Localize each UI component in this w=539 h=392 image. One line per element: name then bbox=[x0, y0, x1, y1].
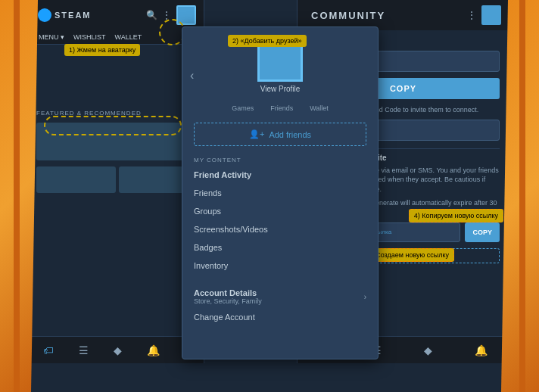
gift-ribbon-right bbox=[519, 0, 525, 392]
steam-logo: STEAM bbox=[38, 8, 92, 22]
annotation-step1: 1) Жмем на аватарку bbox=[64, 44, 140, 56]
avatar[interactable] bbox=[176, 5, 196, 25]
divider bbox=[182, 279, 378, 280]
steam-logo-text: STEAM bbox=[55, 11, 92, 20]
account-details-title: Account Details bbox=[194, 288, 262, 297]
featured-item-2 bbox=[36, 166, 116, 193]
featured-section: FEATURED & RECOMMENDED bbox=[30, 105, 204, 196]
nav-wishlist[interactable]: WISHLIST bbox=[69, 30, 111, 44]
nav-shield-icon[interactable]: ◆ bbox=[114, 344, 122, 356]
back-button[interactable]: ‹ bbox=[190, 69, 194, 82]
account-details-item[interactable]: Account Details Store, Security, Family … bbox=[182, 285, 378, 309]
add-friends-label: Add friends bbox=[269, 130, 311, 139]
annotation-step4: 4) Копируем новую ссылку bbox=[409, 209, 503, 222]
featured-label: FEATURED & RECOMMENDED bbox=[30, 105, 204, 120]
community-avatar bbox=[481, 5, 501, 25]
badges-item[interactable]: Badges bbox=[182, 238, 378, 257]
add-friends-icon: 👤+ bbox=[249, 129, 264, 139]
steam-header: STEAM 🔍 ⋮ bbox=[30, 0, 204, 30]
featured-item-1 bbox=[36, 123, 198, 160]
community-title: COMMUNITY bbox=[305, 10, 385, 21]
main-container: steamgifts STEAM 🔍 ⋮ MENU ▾ WISHLIST WAL… bbox=[30, 0, 509, 392]
nav-menu[interactable]: MENU ▾ bbox=[34, 30, 69, 44]
view-profile-button[interactable]: View Profile bbox=[182, 82, 378, 96]
nav-wallet[interactable]: WALLET bbox=[111, 30, 147, 44]
right-nav-bell-icon[interactable]: 🔔 bbox=[475, 344, 488, 356]
search-icon[interactable]: 🔍 bbox=[146, 10, 157, 20]
profile-tabs: Games Friends Wallet bbox=[182, 102, 378, 115]
featured-items-row bbox=[30, 163, 204, 196]
profile-dropdown: ‹ View Profile 2) «Добавить друзей» Game… bbox=[182, 26, 379, 359]
nav-bell-icon[interactable]: 🔔 bbox=[147, 344, 160, 356]
inventory-item[interactable]: Inventory bbox=[182, 257, 378, 275]
tab-games[interactable]: Games bbox=[224, 102, 261, 115]
copy-link-button[interactable]: COPY bbox=[465, 222, 500, 242]
groups-item[interactable]: Groups bbox=[182, 202, 378, 220]
friends-item[interactable]: Friends bbox=[182, 184, 378, 202]
friend-activity-item[interactable]: Friend Activity bbox=[182, 166, 378, 184]
gift-ribbon-left bbox=[14, 0, 20, 392]
steam-nav: MENU ▾ WISHLIST WALLET bbox=[30, 30, 204, 45]
annotation-step2: 2) «Добавить друзей» bbox=[228, 35, 307, 47]
left-panel: STEAM 🔍 ⋮ MENU ▾ WISHLIST WALLET 1) Жмем… bbox=[30, 0, 204, 363]
nav-list-icon[interactable]: ☰ bbox=[79, 344, 89, 356]
account-details-subtitle: Store, Security, Family bbox=[194, 297, 262, 305]
tab-wallet[interactable]: Wallet bbox=[302, 102, 336, 115]
right-nav-shield-icon[interactable]: ◆ bbox=[424, 344, 432, 356]
my-content-label: MY CONTENT bbox=[182, 152, 378, 166]
bottom-nav: 🏷 ☰ ◆ 🔔 ≡ bbox=[30, 336, 204, 363]
add-friends-button[interactable]: 👤+ Add friends bbox=[194, 123, 366, 146]
nav-tag-icon[interactable]: 🏷 bbox=[43, 344, 54, 356]
steam-logo-icon bbox=[38, 8, 51, 22]
screenshots-item[interactable]: Screenshots/Videos bbox=[182, 220, 378, 238]
community-menu-icon[interactable]: ⋮ bbox=[466, 9, 477, 21]
change-account-item[interactable]: Change Account bbox=[182, 309, 378, 325]
account-arrow-icon: › bbox=[364, 293, 366, 301]
community-header: COMMUNITY ⋮ bbox=[298, 0, 509, 30]
menu-icon[interactable]: ⋮ bbox=[161, 9, 172, 21]
tab-friends[interactable]: Friends bbox=[263, 102, 301, 115]
